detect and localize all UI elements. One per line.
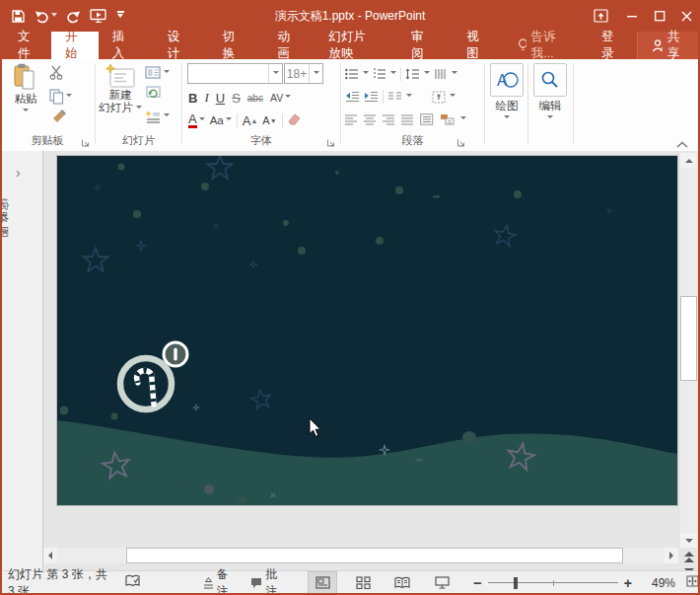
scroll-down-button[interactable] — [680, 533, 697, 548]
close-button[interactable] — [672, 0, 700, 32]
tab-home[interactable]: 开始 — [51, 32, 99, 59]
copy-button[interactable] — [49, 87, 72, 107]
format-painter-icon — [51, 109, 67, 124]
cut-button[interactable] — [49, 65, 65, 83]
slide-sorter-view-button[interactable] — [349, 572, 377, 593]
spell-check-icon[interactable] — [125, 574, 141, 592]
character-spacing-button[interactable]: AV — [270, 92, 291, 104]
notes-button[interactable]: 备注 — [202, 566, 235, 595]
clear-formatting-button[interactable] — [288, 112, 302, 128]
tab-slideshow[interactable]: 幻灯片放映 — [315, 32, 392, 59]
scissors-icon — [49, 65, 65, 80]
increase-indent-button[interactable] — [364, 91, 379, 103]
slide-show-button[interactable] — [428, 572, 455, 593]
italic-button[interactable]: I — [204, 90, 208, 106]
start-from-beginning-button[interactable] — [85, 4, 112, 28]
zoom-out-button[interactable]: − — [473, 574, 482, 591]
share-button[interactable]: 共享 — [637, 32, 700, 59]
text-direction-button[interactable] — [434, 68, 448, 80]
clipboard-dialog-launcher[interactable] — [81, 137, 91, 147]
maximize-button[interactable] — [645, 0, 674, 32]
horizontal-scroll-thumb[interactable] — [126, 548, 623, 563]
section-icon — [145, 110, 162, 124]
bold-button[interactable]: B — [188, 91, 197, 106]
copy-icon — [49, 89, 64, 105]
decrease-indent-button[interactable] — [345, 91, 360, 103]
change-case-button[interactable]: Aa — [210, 114, 232, 126]
columns-button[interactable] — [387, 91, 402, 103]
vertical-scrollbar[interactable] — [680, 153, 697, 548]
mouse-cursor — [309, 418, 322, 441]
vertical-scroll-thumb[interactable] — [680, 296, 697, 381]
tab-insert[interactable]: 插入 — [99, 32, 146, 59]
customize-qat-caret[interactable] — [112, 4, 128, 28]
comments-button[interactable]: 批注 — [250, 566, 284, 595]
tab-file[interactable]: 文件 — [4, 32, 51, 59]
zoom-in-button[interactable]: + — [624, 575, 632, 591]
collapse-ribbon-button[interactable] — [676, 138, 688, 152]
zoom-slider-thumb[interactable] — [514, 577, 518, 589]
tab-review[interactable]: 审阅 — [397, 32, 445, 59]
increase-font-size-button[interactable]: A▲ — [243, 113, 258, 128]
align-text-button[interactable] — [432, 91, 446, 104]
sign-in-button[interactable]: 登录 — [588, 32, 635, 59]
bullets-button[interactable] — [345, 68, 359, 80]
align-right-button[interactable] — [383, 114, 395, 125]
font-dialog-launcher[interactable] — [326, 137, 336, 147]
slide-3-content — [57, 156, 677, 505]
font-size-combo[interactable]: 18+ — [284, 63, 323, 84]
undo-button[interactable] — [30, 4, 61, 28]
format-painter-button[interactable] — [51, 109, 67, 127]
slide-canvas[interactable] — [57, 156, 677, 505]
reset-button[interactable] — [145, 85, 162, 103]
tab-view[interactable]: 视图 — [453, 32, 500, 59]
tab-animations[interactable]: 动画 — [264, 32, 312, 59]
redo-button[interactable] — [61, 4, 85, 28]
scroll-right-button[interactable] — [665, 548, 678, 563]
numbering-button[interactable] — [373, 68, 386, 80]
previous-slide-button[interactable] — [680, 550, 697, 565]
convert-to-smartart-button[interactable] — [440, 113, 455, 125]
new-slide-button[interactable]: 新建 幻灯片 — [99, 63, 142, 114]
ribbon-display-options-button[interactable] — [586, 0, 615, 32]
font-name-combo[interactable] — [187, 63, 283, 84]
horizontal-scrollbar[interactable] — [43, 548, 678, 563]
align-center-button[interactable] — [364, 114, 377, 125]
slide-number-indicator[interactable]: 幻灯片 第 3 张，共 3 张 — [8, 566, 107, 595]
expand-pane-chevron-icon[interactable]: › — [16, 165, 21, 181]
section-caret — [164, 113, 170, 119]
normal-view-button[interactable] — [308, 571, 337, 594]
decrease-font-size-button[interactable]: A▼ — [262, 114, 276, 126]
undo-dropdown-caret[interactable] — [51, 13, 57, 20]
tab-transitions[interactable]: 切换 — [209, 32, 256, 59]
work-area: › 缩略图 — [0, 151, 700, 570]
minimize-button[interactable] — [617, 0, 647, 32]
tab-tell-me[interactable]: 告诉我... — [504, 32, 582, 59]
justify-button[interactable] — [401, 114, 414, 125]
status-bar: 幻灯片 第 3 张，共 3 张 备注 批注 − — [0, 570, 700, 594]
layout-button[interactable] — [145, 63, 170, 83]
thumbnail-pane-collapsed[interactable]: › 缩略图 — [2, 151, 43, 570]
person-plus-icon — [652, 38, 663, 52]
tab-design[interactable]: 设计 — [154, 32, 201, 59]
reading-view-button[interactable] — [388, 572, 416, 593]
animation-number-badge[interactable] — [164, 342, 187, 366]
section-button[interactable] — [145, 107, 170, 126]
align-left-button[interactable] — [345, 114, 358, 125]
paste-button[interactable]: 粘贴 — [8, 63, 43, 114]
strikethrough-button[interactable]: S — [232, 91, 241, 106]
shadow-button[interactable]: abc — [247, 93, 263, 104]
zoom-percentage[interactable]: 49% — [642, 576, 675, 590]
scroll-up-button[interactable] — [680, 153, 697, 168]
zoom-slider[interactable] — [488, 576, 618, 590]
line-spacing-button[interactable] — [405, 68, 420, 80]
scroll-left-button[interactable] — [43, 548, 57, 563]
paragraph-dialog-launcher[interactable] — [456, 137, 466, 147]
editing-button[interactable]: 编辑 — [533, 63, 567, 121]
underline-button[interactable]: U — [216, 91, 225, 106]
editing-group: 编辑 — [528, 59, 573, 150]
font-color-button[interactable]: A — [188, 113, 205, 128]
save-icon[interactable] — [6, 4, 30, 28]
drawing-button[interactable]: A 绘图 — [490, 63, 524, 121]
distribute-button[interactable] — [420, 113, 434, 125]
